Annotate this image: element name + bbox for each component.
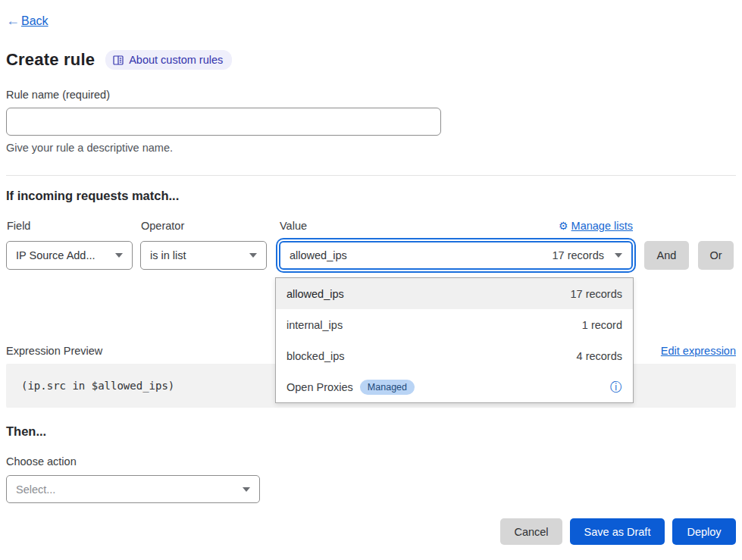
value-select[interactable]: allowed_ips 17 records <box>279 241 633 270</box>
operator-label: Operator <box>141 220 184 232</box>
back-link[interactable]: ←Back <box>6 13 49 29</box>
chevron-down-icon <box>115 253 123 258</box>
create-rule-page: ←Back Create rule About custom rules Rul… <box>0 0 742 560</box>
dropdown-option-open-proxies[interactable]: Open Proxies Managed ⓘ <box>276 371 633 402</box>
info-icon[interactable]: ⓘ <box>610 381 622 393</box>
manage-lists-label: Manage lists <box>571 220 633 232</box>
field-label: Field <box>7 220 30 232</box>
section-divider <box>6 175 736 176</box>
rule-name-input[interactable] <box>6 108 441 136</box>
list-name: Open Proxies <box>286 381 353 393</box>
about-custom-rules-label: About custom rules <box>129 54 223 66</box>
deploy-button[interactable]: Deploy <box>672 518 736 545</box>
managed-badge: Managed <box>360 380 415 395</box>
title-row: Create rule About custom rules <box>6 50 232 70</box>
back-label: Back <box>21 14 49 28</box>
page-title: Create rule <box>6 50 95 70</box>
field-select-value: IP Source Add... <box>16 249 115 261</box>
list-name: blocked_ips <box>286 350 345 362</box>
expression-preview-label: Expression Preview <box>6 345 102 357</box>
back-arrow-icon: ← <box>6 13 20 29</box>
list-name: internal_ips <box>286 319 343 331</box>
field-select[interactable]: IP Source Add... <box>6 241 133 270</box>
operator-select-value: is in list <box>150 249 249 261</box>
cancel-button[interactable]: Cancel <box>500 518 562 545</box>
dropdown-option-blocked-ips[interactable]: blocked_ips 4 records <box>276 340 633 371</box>
action-select[interactable]: Select... <box>6 475 260 503</box>
or-button[interactable]: Or <box>698 241 734 270</box>
about-custom-rules-link[interactable]: About custom rules <box>105 50 232 70</box>
chevron-down-icon <box>243 487 250 492</box>
record-count: 1 record <box>582 319 622 331</box>
value-select-record-count: 17 records <box>552 249 604 261</box>
book-icon <box>113 55 124 65</box>
expression-code: (ip.src in $allowed_ips) <box>21 380 174 392</box>
operator-select[interactable]: is in list <box>140 241 267 270</box>
manage-lists-link[interactable]: ⚙Manage lists <box>279 220 633 232</box>
record-count: 4 records <box>577 350 622 362</box>
rule-name-label: Rule name (required) <box>6 89 110 101</box>
dropdown-option-allowed-ips[interactable]: allowed_ips 17 records <box>276 278 633 309</box>
list-name: allowed_ips <box>286 288 344 300</box>
then-section-heading: Then... <box>6 424 46 439</box>
gear-icon: ⚙ <box>559 220 568 232</box>
chevron-down-icon <box>249 253 257 258</box>
value-select-value: allowed_ips <box>290 249 552 261</box>
match-section-heading: If incoming requests match... <box>6 189 179 203</box>
chevron-down-icon <box>615 253 622 258</box>
save-as-draft-button[interactable]: Save as Draft <box>570 518 665 545</box>
choose-action-label: Choose action <box>6 455 77 468</box>
dropdown-option-internal-ips[interactable]: internal_ips 1 record <box>276 309 633 340</box>
record-count: 17 records <box>570 288 622 300</box>
action-select-placeholder: Select... <box>16 483 243 496</box>
and-button[interactable]: And <box>644 241 689 270</box>
rule-name-helper: Give your rule a descriptive name. <box>6 142 173 154</box>
value-dropdown-panel: allowed_ips 17 records internal_ips 1 re… <box>275 277 634 403</box>
